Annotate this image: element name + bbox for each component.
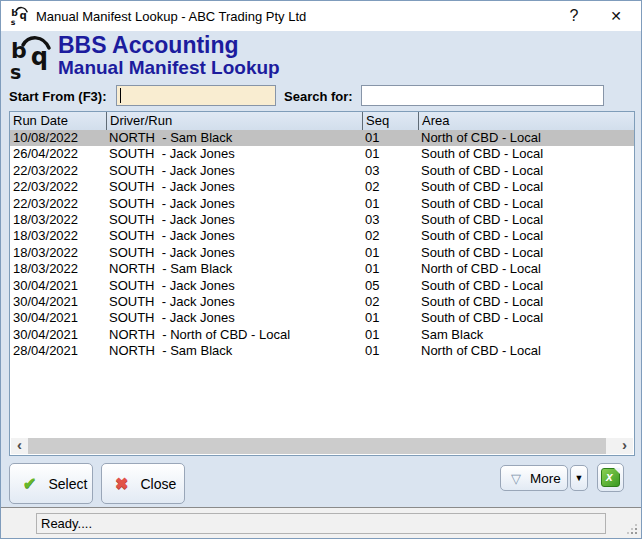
table-cell: 03 <box>362 212 418 228</box>
horizontal-scrollbar: ‹ › <box>11 438 633 454</box>
excel-icon: x <box>601 468 620 487</box>
table-cell: 30/04/2021 <box>10 310 106 326</box>
column-header-area[interactable]: Area <box>418 112 634 130</box>
search-for-label: Search for: <box>284 89 353 104</box>
help-button[interactable]: ? <box>553 1 595 31</box>
table-cell: 01 <box>362 343 418 359</box>
svg-text:b: b <box>31 45 48 73</box>
more-dropdown-button[interactable]: ▼ <box>570 465 588 491</box>
table-row[interactable]: 18/03/2022SOUTH - Jack Jones02South of C… <box>10 228 634 244</box>
column-header-driver-run[interactable]: Driver/Run <box>106 112 362 130</box>
table-cell: 28/04/2021 <box>10 343 106 359</box>
status-message: Ready.... <box>36 513 606 534</box>
table-cell: SOUTH - Jack Jones <box>106 212 362 228</box>
table-row[interactable]: 22/03/2022SOUTH - Jack Jones01South of C… <box>10 196 634 212</box>
table-cell: 02 <box>362 228 418 244</box>
table-row[interactable]: 22/03/2022SOUTH - Jack Jones03South of C… <box>10 163 634 179</box>
table-cell: SOUTH - Jack Jones <box>106 228 362 244</box>
table-cell: 01 <box>362 310 418 326</box>
check-icon: ✔ <box>23 474 36 493</box>
screen-title: Manual Manifest Lookup <box>58 57 280 79</box>
table-cell: North of CBD - Local <box>418 343 634 359</box>
table-row[interactable]: 28/04/2021NORTH - Sam Black01North of CB… <box>10 343 634 359</box>
scrollbar-track[interactable] <box>606 438 616 454</box>
scrollbar-thumb[interactable] <box>28 438 606 454</box>
svg-text:b: b <box>11 38 27 63</box>
close-button-label: Close <box>140 476 176 492</box>
table-row[interactable]: 26/04/2022SOUTH - Jack Jones01South of C… <box>10 146 634 162</box>
table-cell: 18/03/2022 <box>10 261 106 277</box>
table-row[interactable]: 30/04/2021NORTH - North of CBD - Local01… <box>10 327 634 343</box>
table-cell: 02 <box>362 179 418 195</box>
table-cell: SOUTH - Jack Jones <box>106 294 362 310</box>
table-cell: South of CBD - Local <box>418 212 634 228</box>
table-cell: South of CBD - Local <box>418 278 634 294</box>
table-cell: NORTH - Sam Black <box>106 343 362 359</box>
titlebar: b b s Manual Manifest Lookup - ABC Tradi… <box>1 1 641 31</box>
table-cell: SOUTH - Jack Jones <box>106 278 362 294</box>
table-cell: SOUTH - Jack Jones <box>106 196 362 212</box>
table-cell: NORTH - Sam Black <box>106 130 362 146</box>
table-cell: 02 <box>362 294 418 310</box>
table-cell: 30/04/2021 <box>10 294 106 310</box>
dropdown-arrow-icon: ▼ <box>575 473 584 483</box>
close-button[interactable]: ✖ Close <box>101 463 185 504</box>
table-cell: 18/03/2022 <box>10 212 106 228</box>
table-cell: 26/04/2022 <box>10 146 106 162</box>
table-cell: 01 <box>362 327 418 343</box>
table-row[interactable]: 22/03/2022SOUTH - Jack Jones02South of C… <box>10 179 634 195</box>
bbs-logo: b b s <box>8 35 56 81</box>
table-cell: South of CBD - Local <box>418 196 634 212</box>
table-row[interactable]: 10/08/2022NORTH - Sam Black01North of CB… <box>10 130 634 146</box>
search-input[interactable] <box>361 85 604 106</box>
table-cell: 03 <box>362 163 418 179</box>
table-row[interactable]: 18/03/2022SOUTH - Jack Jones01South of C… <box>10 245 634 261</box>
app-logo-icon[interactable]: b b s <box>10 6 30 26</box>
table-row[interactable]: 30/04/2021SOUTH - Jack Jones01South of C… <box>10 310 634 326</box>
table-cell: 22/03/2022 <box>10 163 106 179</box>
scroll-left-arrow[interactable]: ‹ <box>11 438 28 454</box>
table-cell: South of CBD - Local <box>418 179 634 195</box>
table-cell: SOUTH - Jack Jones <box>106 179 362 195</box>
text-caret <box>120 88 121 103</box>
select-button-label: Select <box>48 476 87 492</box>
table-cell: 05 <box>362 278 418 294</box>
column-header-seq[interactable]: Seq <box>362 112 418 130</box>
table-cell: 01 <box>362 196 418 212</box>
table-cell: 30/04/2021 <box>10 278 106 294</box>
app-title: BBS Accounting <box>58 32 239 59</box>
table-cell: 22/03/2022 <box>10 179 106 195</box>
table-cell: South of CBD - Local <box>418 245 634 261</box>
table-cell: 01 <box>362 245 418 261</box>
table-cell: 10/08/2022 <box>10 130 106 146</box>
table-cell: 30/04/2021 <box>10 327 106 343</box>
select-button[interactable]: ✔ Select <box>9 463 93 504</box>
svg-text:b: b <box>19 11 26 22</box>
manual-manifest-lookup-dialog: b b s Manual Manifest Lookup - ABC Tradi… <box>0 0 642 539</box>
table-cell: South of CBD - Local <box>418 228 634 244</box>
table-cell: South of CBD - Local <box>418 294 634 310</box>
export-excel-button[interactable]: x <box>597 463 624 492</box>
table-cell: 22/03/2022 <box>10 196 106 212</box>
window-close-button[interactable]: ✕ <box>595 1 637 31</box>
more-button-label: More <box>530 471 561 486</box>
table-row[interactable]: 30/04/2021SOUTH - Jack Jones02South of C… <box>10 294 634 310</box>
table-row[interactable]: 18/03/2022SOUTH - Jack Jones03South of C… <box>10 212 634 228</box>
column-header-run-date[interactable]: Run Date <box>10 112 106 130</box>
table-cell: NORTH - Sam Black <box>106 261 362 277</box>
table-cell: 01 <box>362 130 418 146</box>
scroll-right-arrow[interactable]: › <box>616 438 633 454</box>
resize-grip[interactable] <box>625 522 637 534</box>
table-row[interactable]: 18/03/2022NORTH - Sam Black01North of CB… <box>10 261 634 277</box>
table-cell: 01 <box>362 261 418 277</box>
svg-text:s: s <box>11 18 16 26</box>
more-button[interactable]: ▽ More <box>500 465 568 491</box>
table-cell: South of CBD - Local <box>418 310 634 326</box>
start-from-input[interactable] <box>116 85 276 106</box>
table-header: Run Date Driver/Run Seq Area <box>10 112 634 130</box>
manifest-table: Run Date Driver/Run Seq Area 10/08/2022N… <box>9 111 635 456</box>
table-cell: Sam Black <box>418 327 634 343</box>
window-title: Manual Manifest Lookup - ABC Trading Pty… <box>36 9 306 24</box>
table-cell: South of CBD - Local <box>418 146 634 162</box>
table-row[interactable]: 30/04/2021SOUTH - Jack Jones05South of C… <box>10 278 634 294</box>
